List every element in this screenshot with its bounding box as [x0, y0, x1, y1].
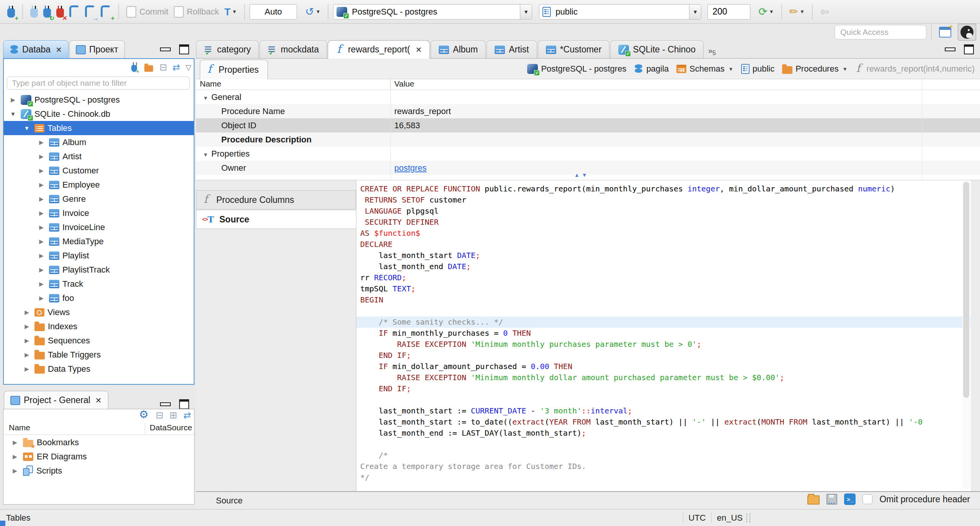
open-console-icon[interactable]: >_: [844, 493, 856, 505]
open-sql-editor-button[interactable]: →: [82, 3, 98, 21]
close-icon[interactable]: ✕: [56, 45, 62, 54]
editor-tab-artist[interactable]: Artist: [487, 40, 537, 59]
vertical-scrollbar[interactable]: [962, 181, 970, 490]
column-datasource[interactable]: DataSource: [145, 423, 192, 435]
tree-item-table[interactable]: ▶MediaType: [4, 234, 194, 248]
tree-item-table[interactable]: ▶PlaylistTrack: [4, 263, 194, 277]
link-editor-icon[interactable]: ⇄: [183, 410, 191, 421]
side-tab-source[interactable]: Source: [196, 210, 356, 229]
filter-menu-icon[interactable]: ▽: [186, 63, 191, 72]
project-item-er-diagrams[interactable]: ▶ER Diagrams: [3, 449, 194, 464]
tree-item-table[interactable]: ▶foo: [4, 291, 194, 305]
maximize-icon[interactable]: [964, 44, 974, 54]
breadcrumb-procedure[interactable]: rewards_report(int4,numeric): [855, 64, 975, 74]
grid-column-value[interactable]: Value: [390, 79, 414, 90]
connection-combo[interactable]: PostgreSQL - postgres ▼: [333, 4, 532, 20]
grid-column-name[interactable]: Name: [196, 79, 390, 90]
tree-item-data-types[interactable]: ▶Data Types: [4, 362, 194, 376]
splitter-arrows[interactable]: ▲▼: [574, 172, 590, 178]
schema-combo-dropdown[interactable]: ▼: [689, 5, 701, 19]
grid-row-properties[interactable]: ▼Properties: [196, 147, 980, 161]
schema-combo[interactable]: public ▼: [539, 4, 701, 20]
tree-item-indexes[interactable]: ▶Indexes: [4, 319, 194, 333]
auto-sync-button[interactable]: ⟳▼: [756, 3, 776, 21]
tree-item-table[interactable]: ▶InvoiceLine: [4, 220, 194, 234]
tree-item-table[interactable]: ▶Invoice: [4, 206, 194, 220]
tree-item-postgres-connection[interactable]: ▶PostgreSQL - postgres: [4, 93, 194, 107]
reconnect-button[interactable]: ↻: [41, 3, 54, 21]
nav-new-connection-button[interactable]: +: [130, 60, 138, 74]
tree-item-table[interactable]: ▶Playlist: [4, 248, 194, 263]
dbeaver-perspective-button[interactable]: [958, 24, 976, 41]
tab-database-navigator[interactable]: Databa ✕: [3, 40, 69, 59]
tree-item-sequences[interactable]: ▶Sequences: [4, 333, 194, 348]
column-name[interactable]: Name: [3, 423, 145, 435]
commit-button[interactable]: Commit: [124, 3, 171, 21]
gear-icon[interactable]: [139, 410, 150, 421]
connect-button[interactable]: [28, 3, 41, 21]
open-perspective-button[interactable]: [936, 23, 954, 41]
save-to-file-icon[interactable]: [826, 494, 837, 505]
tree-item-table[interactable]: ▶Genre: [4, 192, 194, 206]
editor-tab-sqlite-chinook[interactable]: SQLite - Chinoo: [610, 40, 704, 59]
tree-item-table[interactable]: ▶Customer: [4, 163, 194, 178]
close-icon[interactable]: ✕: [95, 396, 102, 405]
new-connection-button[interactable]: +: [5, 3, 18, 21]
new-sql-editor-button[interactable]: +: [98, 3, 114, 21]
tree-item-table[interactable]: ▶Album: [4, 135, 194, 149]
commit-mode-combo[interactable]: Auto: [250, 4, 297, 20]
collapse-all-icon[interactable]: ⊟: [156, 410, 163, 421]
minimize-icon[interactable]: [160, 47, 171, 51]
grid-column-divider[interactable]: [922, 79, 922, 180]
tab-overflow-button[interactable]: »5: [704, 46, 720, 57]
omit-procedure-header-checkbox[interactable]: [862, 494, 872, 504]
minimize-icon[interactable]: [945, 47, 956, 51]
close-icon[interactable]: ✕: [415, 45, 422, 54]
connection-combo-dropdown[interactable]: ▼: [520, 5, 532, 19]
editor-tab-customer[interactable]: *Customer: [538, 40, 610, 59]
maximize-icon[interactable]: [179, 44, 189, 54]
collapse-all-icon[interactable]: ⊟: [159, 62, 167, 73]
grid-row-procedure-description[interactable]: Procedure Description: [196, 132, 980, 147]
tab-properties[interactable]: Properties: [200, 60, 268, 79]
object-filter-input[interactable]: [7, 77, 190, 90]
owner-link[interactable]: postgres: [394, 163, 426, 173]
open-file-icon[interactable]: [807, 495, 820, 505]
new-folder-icon[interactable]: [144, 65, 153, 72]
editor-tab-mockdata[interactable]: mockdata: [260, 40, 327, 59]
editor-tab-rewards-report[interactable]: rewards_report(✕: [328, 40, 430, 59]
source-editor[interactable]: CREATE OR REPLACE FUNCTION public.reward…: [356, 180, 971, 491]
grid-column-divider[interactable]: [390, 79, 391, 180]
project-item-scripts[interactable]: ▶Scripts: [3, 464, 194, 478]
editor-tab-category[interactable]: category: [196, 40, 259, 59]
fetch-size-input[interactable]: [707, 4, 750, 20]
project-item-bookmarks[interactable]: ▶Bookmarks: [3, 435, 194, 449]
status-grip[interactable]: [746, 513, 750, 523]
breadcrumb-connection[interactable]: PostgreSQL - postgres: [527, 64, 626, 74]
tab-project-general[interactable]: Project - General ✕: [4, 391, 108, 409]
side-tab-procedure-columns[interactable]: Procedure Columns: [196, 190, 356, 209]
grid-row-object-id[interactable]: Object ID16,583: [196, 118, 980, 132]
breadcrumb-database[interactable]: pagila: [634, 64, 669, 74]
format-button[interactable]: ✏▼: [787, 3, 807, 21]
minimize-icon[interactable]: [160, 402, 171, 406]
tab-projects[interactable]: Проект: [69, 40, 125, 59]
expand-all-icon[interactable]: ⊞: [170, 410, 177, 421]
tree-item-table[interactable]: ▶Track: [4, 277, 194, 291]
sql-editor-button[interactable]: [67, 3, 82, 21]
transaction-log-button[interactable]: T▼: [222, 3, 240, 21]
tree-item-table[interactable]: ▶Artist: [4, 149, 194, 163]
breadcrumb-schemas[interactable]: Schemas▼: [676, 64, 733, 74]
back-button[interactable]: ⇦: [817, 3, 831, 21]
breadcrumb-procedures[interactable]: Procedures▼: [782, 64, 847, 74]
maximize-icon[interactable]: [179, 399, 189, 409]
transaction-history-button[interactable]: ↺▼: [302, 3, 323, 21]
link-editor-icon[interactable]: ⇄: [173, 62, 180, 73]
grid-row-procedure-name[interactable]: Procedure Namerewards_report: [196, 104, 980, 118]
quick-access-input[interactable]: [835, 25, 926, 39]
tree-item-sqlite-connection[interactable]: ▼SQLite - Chinook.db: [4, 107, 194, 121]
source-code[interactable]: CREATE OR REPLACE FUNCTION public.reward…: [360, 183, 961, 483]
rollback-button[interactable]: Rollback: [171, 3, 222, 21]
tree-item-views[interactable]: ▶Views: [4, 305, 194, 319]
tree-item-table-triggers[interactable]: ▶Table Triggers: [4, 348, 194, 362]
